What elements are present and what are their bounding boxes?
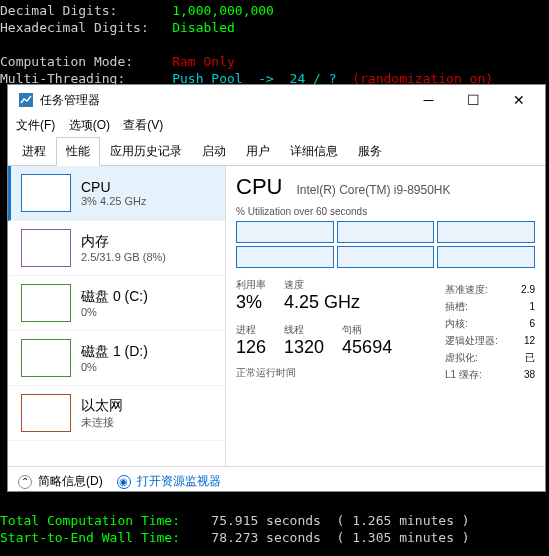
- sidebar-item-label: 磁盘 1 (D:): [81, 343, 148, 361]
- info-val: 已: [525, 349, 535, 366]
- sidebar-item-内存[interactable]: 内存2.5/31.9 GB (8%): [8, 221, 225, 276]
- info-val: 12: [524, 332, 535, 349]
- core-chart: [337, 246, 435, 268]
- info-key: L1 缓存:: [445, 366, 482, 383]
- core-chart: [437, 221, 535, 243]
- info-key: 内核:: [445, 315, 468, 332]
- info-val: 6: [529, 315, 535, 332]
- mini-chart: [21, 339, 71, 377]
- mini-chart: [21, 229, 71, 267]
- terminal-output: Decimal Digits: 1,000,000,000 Hexadecima…: [0, 0, 549, 89]
- cpu-info-list: 基准速度:2.9插槽:1内核:6逻辑处理器:12虚拟化:已L1 缓存:38: [445, 281, 535, 383]
- sidebar-item-磁盘 1 (D:)[interactable]: 磁盘 1 (D:)0%: [8, 331, 225, 386]
- fewer-details-link[interactable]: 简略信息(D): [38, 473, 103, 490]
- tab-bar: 进程 性能 应用历史记录 启动 用户 详细信息 服务: [8, 136, 545, 166]
- minimize-button[interactable]: ─: [406, 85, 451, 115]
- tab-performance[interactable]: 性能: [56, 137, 100, 166]
- tab-app-history[interactable]: 应用历史记录: [100, 137, 192, 166]
- sidebar-item-label: 磁盘 0 (C:): [81, 288, 148, 306]
- info-key: 基准速度:: [445, 281, 488, 298]
- sidebar-item-磁盘 0 (C:)[interactable]: 磁盘 0 (C:)0%: [8, 276, 225, 331]
- sidebar-item-sub: 0%: [81, 306, 148, 318]
- menu-file[interactable]: 文件(F): [16, 118, 55, 132]
- info-key: 插槽:: [445, 298, 468, 315]
- tab-startup[interactable]: 启动: [192, 137, 236, 166]
- sidebar-item-label: CPU: [81, 179, 146, 195]
- monitor-icon[interactable]: ◉: [117, 475, 131, 489]
- mini-chart: [21, 394, 71, 432]
- core-chart: [236, 221, 334, 243]
- sidebar-item-sub: 2.5/31.9 GB (8%): [81, 251, 166, 263]
- stat-label: 句柄: [342, 323, 392, 337]
- sidebar-item-sub: 3% 4.25 GHz: [81, 195, 146, 207]
- core-chart-grid: [236, 221, 535, 268]
- mini-chart: [21, 174, 71, 212]
- core-chart: [437, 246, 535, 268]
- maximize-button[interactable]: ☐: [451, 85, 496, 115]
- sidebar-item-label: 以太网: [81, 397, 123, 415]
- stat-label: 进程: [236, 323, 266, 337]
- titlebar[interactable]: 任务管理器 ─ ☐ ✕: [8, 85, 545, 115]
- perf-sidebar: CPU3% 4.25 GHz内存2.5/31.9 GB (8%)磁盘 0 (C:…: [8, 166, 226, 466]
- terminal-output-bottom: Total Computation Time: 75.915 seconds (…: [0, 510, 549, 548]
- menu-options[interactable]: 选项(O): [69, 118, 110, 132]
- open-resource-monitor-link[interactable]: 打开资源监视器: [137, 473, 221, 490]
- info-val: 2.9: [521, 281, 535, 298]
- tab-processes[interactable]: 进程: [12, 137, 56, 166]
- utilization-label: % Utilization over 60 seconds: [236, 206, 535, 217]
- sidebar-item-sub: 未连接: [81, 415, 123, 430]
- stat-value: 4.25 GHz: [284, 292, 360, 313]
- sidebar-item-sub: 0%: [81, 361, 148, 373]
- tab-users[interactable]: 用户: [236, 137, 280, 166]
- sidebar-item-以太网[interactable]: 以太网未连接: [8, 386, 225, 441]
- cpu-model: Intel(R) Core(TM) i9-8950HK: [296, 183, 450, 197]
- window-footer: ⌃ 简略信息(D) ◉ 打开资源监视器: [8, 466, 545, 496]
- info-key: 逻辑处理器:: [445, 332, 498, 349]
- stat-label: 速度: [284, 278, 360, 292]
- menu-view[interactable]: 查看(V): [123, 118, 163, 132]
- close-button[interactable]: ✕: [496, 85, 541, 115]
- task-manager-window: 任务管理器 ─ ☐ ✕ 文件(F) 选项(O) 查看(V) 进程 性能 应用历史…: [7, 84, 546, 492]
- tab-details[interactable]: 详细信息: [280, 137, 348, 166]
- cpu-detail-panel: CPU Intel(R) Core(TM) i9-8950HK % Utiliz…: [226, 166, 545, 466]
- core-chart: [236, 246, 334, 268]
- collapse-icon[interactable]: ⌃: [18, 475, 32, 489]
- core-chart: [337, 221, 435, 243]
- mini-chart: [21, 284, 71, 322]
- detail-title: CPU: [236, 174, 282, 200]
- info-val: 38: [524, 366, 535, 383]
- stat-value: 126: [236, 337, 266, 358]
- sidebar-item-label: 内存: [81, 233, 166, 251]
- menubar: 文件(F) 选项(O) 查看(V): [8, 115, 545, 136]
- tab-services[interactable]: 服务: [348, 137, 392, 166]
- sidebar-item-CPU[interactable]: CPU3% 4.25 GHz: [8, 166, 225, 221]
- info-key: 虚拟化:: [445, 349, 478, 366]
- window-title: 任务管理器: [40, 92, 406, 109]
- info-val: 1: [529, 298, 535, 315]
- stat-value: 45694: [342, 337, 392, 358]
- stat-label: 线程: [284, 323, 324, 337]
- stat-value: 3%: [236, 292, 266, 313]
- stat-value: 1320: [284, 337, 324, 358]
- app-icon: [18, 92, 34, 108]
- stat-label: 利用率: [236, 278, 266, 292]
